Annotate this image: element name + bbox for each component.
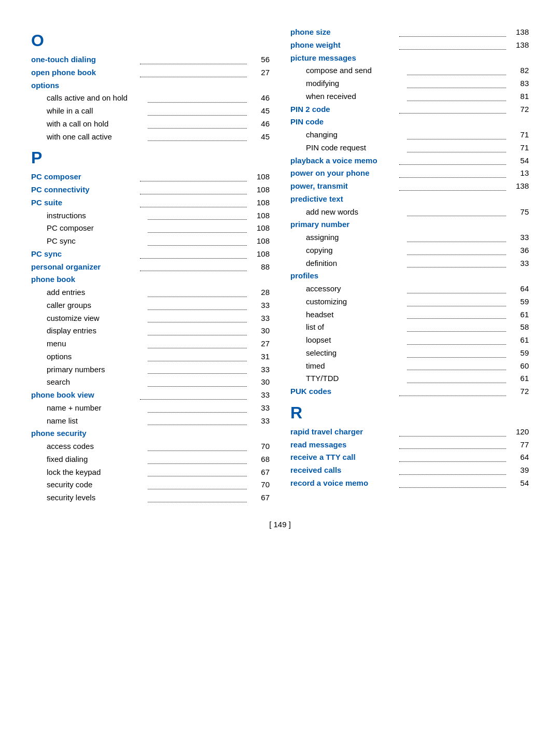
entry-page: 33 <box>249 312 270 325</box>
index-entry: accessory64 <box>290 283 529 295</box>
index-entry: playback a voice memo54 <box>290 154 529 167</box>
index-entry: lock the keypad67 <box>31 466 270 479</box>
entry-page: 56 <box>249 53 270 66</box>
entry-page: 72 <box>508 385 529 398</box>
entry-label: definition <box>290 257 405 270</box>
index-entry: calls active and on hold46 <box>31 92 270 105</box>
entry-dots <box>140 248 247 259</box>
entry-page: 46 <box>249 92 270 105</box>
index-entry: personal organizer88 <box>31 261 270 274</box>
entry-label: name list <box>31 415 146 428</box>
entry-dots <box>399 39 506 50</box>
entry-label: add entries <box>31 286 146 299</box>
entry-page: 58 <box>508 321 529 334</box>
entry-dots <box>140 261 247 272</box>
entry-label: PIN code request <box>290 142 405 154</box>
entry-page: 71 <box>508 129 529 142</box>
entry-label: PC connectivity <box>31 184 138 196</box>
index-entry: security code70 <box>31 478 270 491</box>
entry-label: security levels <box>31 491 146 504</box>
entry-label: PC sync <box>31 248 138 261</box>
entry-label: calls active and on hold <box>31 92 146 105</box>
index-entry: search30 <box>31 376 270 389</box>
entry-label: with one call active <box>31 131 146 144</box>
entry-dots <box>148 131 247 142</box>
entry-dots <box>399 180 506 191</box>
left-column: Oone-touch dialing56open phone book27opt… <box>31 26 270 504</box>
index-entry: receive a TTY call64 <box>290 451 529 464</box>
index-entry: with one call active45 <box>31 131 270 144</box>
entry-dots <box>407 308 506 319</box>
index-entry: instructions108 <box>31 209 270 222</box>
index-entry: PIN 2 code72 <box>290 103 529 116</box>
index-entry: selecting59 <box>290 347 529 360</box>
entry-label: customize view <box>31 312 146 325</box>
entry-dots <box>140 171 247 181</box>
entry-dots <box>148 299 247 310</box>
entry-page: 33 <box>249 363 270 376</box>
entry-dots <box>140 196 247 207</box>
entry-page: 71 <box>508 142 529 154</box>
entry-dots <box>148 415 247 426</box>
entry-dots <box>140 184 247 194</box>
entry-dots <box>140 389 247 400</box>
entry-page: 120 <box>508 426 529 439</box>
entry-dots <box>148 376 247 387</box>
entry-dots <box>148 453 247 464</box>
entry-label: primary number <box>290 218 529 231</box>
entry-dots <box>148 363 247 374</box>
index-entry: read messages77 <box>290 439 529 452</box>
entry-page: 60 <box>508 360 529 373</box>
entry-label: TTY/TDD <box>290 372 405 385</box>
entry-label: lock the keypad <box>31 466 146 479</box>
entry-page: 67 <box>249 491 270 504</box>
entry-label: add new words <box>290 206 405 219</box>
entry-page: 27 <box>249 337 270 350</box>
right-column: phone size138phone weight138picture mess… <box>290 26 529 504</box>
entry-dots <box>407 283 506 293</box>
entry-page: 138 <box>508 180 529 193</box>
page-layout: Oone-touch dialing56open phone book27opt… <box>31 26 529 504</box>
entry-page: 88 <box>249 261 270 274</box>
section-letter-r: R <box>290 403 529 423</box>
entry-dots <box>407 90 506 101</box>
entry-dots <box>399 464 506 475</box>
entry-label: received calls <box>290 464 397 477</box>
entry-page: 31 <box>249 350 270 363</box>
index-entry: PC sync108 <box>31 248 270 261</box>
entry-dots <box>148 402 247 413</box>
entry-dots <box>407 77 506 88</box>
entry-dots <box>407 295 506 306</box>
entry-dots <box>399 385 506 396</box>
entry-label: receive a TTY call <box>290 451 397 464</box>
entry-page: 33 <box>249 415 270 428</box>
entry-dots <box>399 439 506 449</box>
entry-label: modifying <box>290 77 405 90</box>
index-entry: PIN code request71 <box>290 142 529 154</box>
entry-page: 64 <box>508 283 529 295</box>
entry-dots <box>399 426 506 437</box>
entry-page: 108 <box>249 184 270 196</box>
entry-dots <box>407 206 506 217</box>
entry-page: 61 <box>508 372 529 385</box>
entry-page: 61 <box>508 334 529 347</box>
index-entry: power, transmit138 <box>290 180 529 193</box>
index-entry: PC sync108 <box>31 235 270 248</box>
entry-label: access codes <box>31 440 146 453</box>
index-entry: menu27 <box>31 337 270 350</box>
index-entry: fixed dialing68 <box>31 453 270 466</box>
entry-dots <box>407 360 506 371</box>
index-entry: list of58 <box>290 321 529 334</box>
entry-dots <box>148 350 247 361</box>
index-entry: PUK codes72 <box>290 385 529 398</box>
entry-page: 61 <box>508 308 529 321</box>
index-entry: security levels67 <box>31 491 270 504</box>
entry-label: primary numbers <box>31 363 146 376</box>
index-entry: while in a call45 <box>31 105 270 118</box>
section-letter-o: O <box>31 31 270 50</box>
entry-dots <box>407 321 506 332</box>
entry-label: while in a call <box>31 105 146 118</box>
entry-dots <box>148 466 247 477</box>
index-entry: when received81 <box>290 90 529 103</box>
index-entry: record a voice memo54 <box>290 477 529 490</box>
